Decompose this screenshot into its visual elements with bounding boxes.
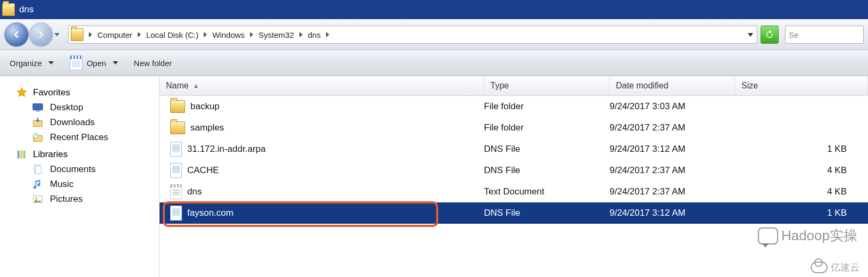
search-input[interactable]: Se — [785, 26, 864, 44]
star-icon — [16, 87, 28, 99]
explorer-window: dns Computer Local Disk (C:) Windows Sys… — [0, 0, 868, 277]
watermark-corner-text: 亿速云 — [831, 261, 859, 274]
folder-icon — [170, 100, 185, 113]
breadcrumb[interactable]: Local Disk (C:) — [143, 26, 202, 43]
file-name: backup — [190, 101, 220, 112]
file-size: 4 KB — [735, 186, 868, 197]
forward-button[interactable] — [29, 22, 53, 47]
column-header-size[interactable]: Size — [735, 76, 868, 95]
file-type: Text Document — [484, 186, 610, 197]
chevron-right-icon[interactable] — [89, 32, 92, 37]
file-name: CACHE — [187, 165, 219, 176]
libraries-icon — [16, 149, 28, 160]
table-row[interactable]: dnsText Document9/24/2017 2:37 AM4 KB — [160, 181, 868, 202]
file-name: 31.172.in-addr.arpa — [187, 144, 265, 154]
file-type: DNS File — [484, 144, 610, 154]
sidebar-item-label: Documents — [50, 164, 96, 175]
folder-icon — [170, 121, 185, 134]
column-headers: Name ▲ Type Date modified Size — [160, 76, 868, 96]
file-size: 4 KB — [735, 165, 868, 176]
sidebar-item-desktop[interactable]: Desktop — [32, 102, 157, 113]
window-title: dns — [19, 4, 34, 15]
sidebar-item-label: Recent Places — [50, 132, 108, 143]
file-icon — [170, 206, 182, 221]
music-icon — [32, 178, 44, 190]
chevron-right-icon[interactable] — [250, 32, 253, 37]
svg-rect-5 — [18, 151, 20, 159]
file-size: 1 KB — [735, 208, 868, 218]
column-label: Size — [741, 81, 758, 91]
column-label: Date modified — [616, 81, 669, 91]
sidebar-item-music[interactable]: Music — [32, 178, 157, 190]
table-row[interactable]: CACHEDNS File9/24/2017 2:37 AM4 KB — [160, 160, 868, 181]
address-bar[interactable]: Computer Local Disk (C:) Windows System3… — [68, 26, 757, 44]
folder-icon — [71, 28, 84, 41]
chevron-right-icon[interactable] — [299, 32, 303, 37]
sidebar-group-favorites[interactable]: Favorites — [16, 87, 157, 99]
file-date: 9/24/2017 2:37 AM — [610, 165, 735, 176]
sidebar-item-recent[interactable]: Recent Places — [32, 132, 157, 143]
file-date: 9/24/2017 2:37 AM — [610, 186, 735, 197]
speech-bubble-icon — [758, 227, 778, 245]
folder-icon — [2, 3, 15, 16]
sidebar-item-downloads[interactable]: Downloads — [32, 117, 157, 128]
svg-point-11 — [35, 197, 37, 199]
organize-label: Organize — [10, 59, 42, 68]
svg-rect-9 — [35, 166, 41, 174]
chevron-right-icon[interactable] — [204, 32, 207, 37]
file-date: 9/24/2017 3:12 AM — [610, 144, 735, 154]
chevron-right-icon[interactable] — [326, 32, 329, 37]
notepad-icon — [70, 55, 82, 70]
refresh-button[interactable] — [761, 26, 779, 44]
column-header-date[interactable]: Date modified — [610, 76, 735, 95]
chevron-down-icon — [48, 61, 54, 64]
title-bar[interactable]: dns — [0, 0, 868, 19]
sort-asc-icon: ▲ — [193, 82, 199, 89]
new-folder-label: New folder — [134, 59, 172, 68]
breadcrumb[interactable]: Windows — [209, 26, 248, 43]
breadcrumb[interactable]: dns — [305, 26, 324, 43]
file-list: Name ▲ Type Date modified Size backupFil… — [160, 76, 868, 277]
column-label: Name — [166, 81, 189, 91]
svg-rect-0 — [33, 104, 43, 110]
chevron-right-icon[interactable] — [138, 32, 141, 37]
nav-buttons — [4, 22, 63, 47]
file-icon — [170, 142, 182, 157]
table-row[interactable]: backupFile folder9/24/2017 3:03 AM — [160, 96, 868, 117]
favorites-label: Favorites — [33, 87, 70, 98]
svg-rect-7 — [23, 151, 26, 159]
chevron-down-icon — [113, 61, 118, 64]
breadcrumb[interactable]: Computer — [94, 26, 136, 43]
navigation-pane[interactable]: Favorites Desktop Downloads Recent Place… — [0, 76, 160, 277]
column-header-type[interactable]: Type — [484, 76, 610, 95]
file-date: 9/24/2017 3:12 AM — [610, 208, 735, 218]
back-button[interactable] — [4, 22, 29, 47]
new-folder-button[interactable]: New folder — [131, 56, 176, 70]
file-size: 1 KB — [735, 144, 868, 154]
command-bar: Organize Open New folder — [0, 50, 868, 76]
history-dropdown-icon[interactable] — [54, 33, 60, 36]
column-header-name[interactable]: Name ▲ — [160, 76, 484, 95]
svg-rect-6 — [20, 151, 22, 159]
cloud-icon — [811, 262, 828, 273]
column-label: Type — [490, 81, 509, 91]
file-type: File folder — [484, 101, 610, 112]
open-button[interactable]: Open — [66, 53, 121, 72]
sidebar-item-label: Downloads — [50, 117, 95, 128]
text-file-icon — [170, 184, 182, 199]
organize-button[interactable]: Organize — [6, 56, 57, 70]
table-row[interactable]: samplesFile folder9/24/2017 2:37 AM — [160, 117, 868, 138]
sidebar-item-pictures[interactable]: Pictures — [32, 193, 157, 205]
sidebar-group-libraries[interactable]: Libraries — [16, 149, 157, 160]
file-name: dns — [187, 186, 202, 197]
table-row[interactable]: fayson.comDNS File9/24/2017 3:12 AM1 KB — [160, 202, 868, 224]
sidebar-item-documents[interactable]: Documents — [32, 164, 157, 175]
address-dropdown[interactable] — [744, 26, 757, 43]
search-placeholder: Se — [789, 30, 798, 39]
file-type: DNS File — [484, 165, 610, 176]
download-icon — [32, 117, 44, 128]
file-date: 9/24/2017 2:37 AM — [610, 123, 735, 133]
table-row[interactable]: 31.172.in-addr.arpaDNS File9/24/2017 3:1… — [160, 138, 868, 160]
breadcrumb[interactable]: System32 — [255, 26, 297, 43]
file-name: samples — [190, 123, 224, 133]
